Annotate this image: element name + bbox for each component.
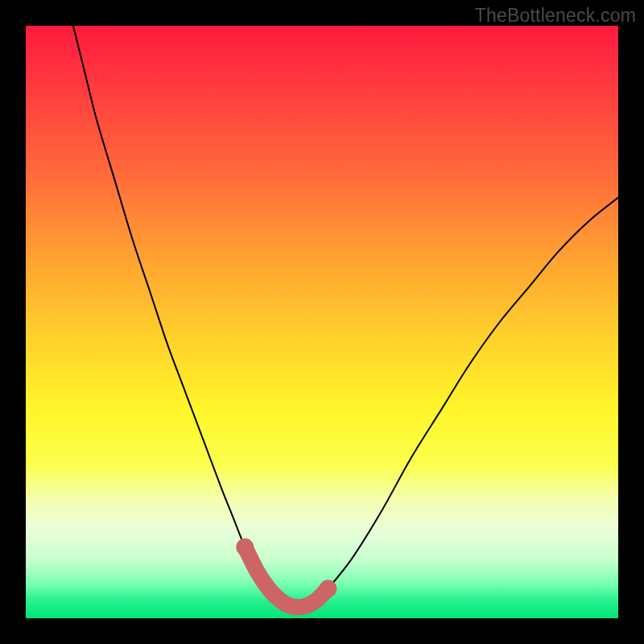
watermark-text: TheBottleneck.com <box>475 5 636 27</box>
optimal-band-dot <box>236 539 254 556</box>
bottleneck-curve-svg <box>26 26 618 618</box>
plot-area <box>26 26 618 618</box>
chart-frame: TheBottleneck.com <box>0 0 644 644</box>
bottleneck-curve <box>73 26 618 607</box>
optimal-band-highlight <box>245 547 328 608</box>
optimal-band-dot <box>319 580 336 597</box>
